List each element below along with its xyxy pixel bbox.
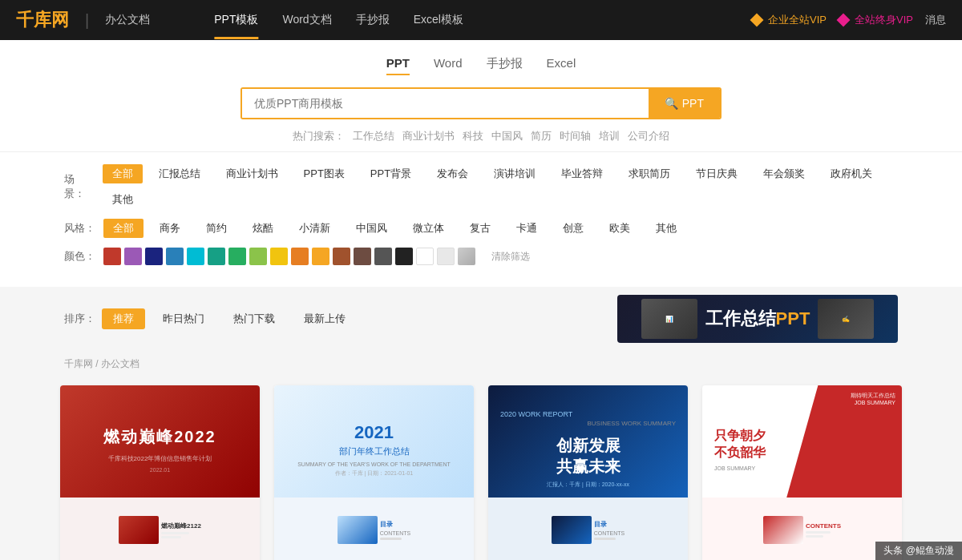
search-tab-handwriting[interactable]: 手抄报 [487, 56, 523, 75]
watermark-bar: 头条 @鲲鱼动漫 [875, 542, 962, 560]
scene-tags: 全部 汇报总结 商业计划书 PPT图表 PPT背景 发布会 演讲培训 毕业答辩 … [103, 164, 898, 209]
nav-item-handwriting[interactable]: 手抄报 [356, 9, 390, 31]
card-4-thumb: 只争朝夕不负韶华 JOB SUMMARY 期待明天工作总结JOB SUMMARY [702, 385, 902, 498]
swatch-gradient[interactable] [458, 248, 475, 265]
header-divider: | [85, 11, 89, 30]
style-simple[interactable]: 简约 [196, 219, 236, 238]
search-box-wrap: 🔍 PPT [0, 87, 962, 119]
nav-item-word[interactable]: Word文档 [282, 9, 331, 31]
hot-tag-7[interactable]: 公司介绍 [628, 129, 669, 143]
swatch-red[interactable] [103, 248, 121, 265]
color-swatches [103, 248, 475, 265]
swatch-darkbrown[interactable] [354, 248, 371, 265]
swatch-orange[interactable] [291, 248, 309, 265]
style-fresh[interactable]: 小清新 [289, 219, 340, 238]
style-biz[interactable]: 商务 [150, 219, 190, 238]
sort-latest[interactable]: 最新上传 [293, 308, 357, 329]
scene-all[interactable]: 全部 [103, 164, 143, 183]
breadcrumb: 千库网 / 办公文档 [0, 351, 962, 377]
style-retro[interactable]: 复古 [460, 219, 500, 238]
hot-tag-3[interactable]: 中国风 [491, 129, 523, 143]
card-2-thumb: 2021 部门年终工作总结 SUMMARY OF THE YEAR'S WORK… [274, 385, 474, 498]
scene-other[interactable]: 其他 [103, 190, 143, 209]
hot-tag-6[interactable]: 培训 [599, 129, 620, 143]
hot-tag-4[interactable]: 简历 [531, 129, 552, 143]
sort-hot-download[interactable]: 热门下载 [222, 308, 286, 329]
card-3[interactable]: 2020 WORK REPORT BUSINESS WORK SUMMARY 创… [488, 385, 688, 560]
card-1[interactable]: 燃动巅峰2022 千库科技2022年博信信息销售年计划 2022.01 燃动巅峰… [60, 385, 260, 560]
header-subtitle: 办公文档 [105, 13, 150, 27]
swatch-cyan[interactable] [187, 248, 204, 265]
card-1-preview: 燃动巅峰2122 [60, 498, 260, 560]
sort-yesterday-hot[interactable]: 昨日热门 [152, 308, 216, 329]
messages-btn[interactable]: 消息 [925, 13, 946, 27]
style-cool[interactable]: 炫酷 [243, 219, 283, 238]
card-3-preview: 目录 CONTENTS [488, 498, 688, 560]
scene-report[interactable]: 汇报总结 [149, 164, 210, 183]
card-2-preview: 目录 CONTENTS [274, 498, 474, 560]
hot-tag-2[interactable]: 科技 [463, 129, 483, 143]
scene-festival[interactable]: 节日庆典 [686, 164, 747, 183]
logo[interactable]: 千库网 [16, 8, 69, 32]
swatch-purple[interactable] [124, 248, 142, 265]
scene-gov[interactable]: 政府机关 [821, 164, 882, 183]
style-other[interactable]: 其他 [646, 219, 686, 238]
hot-label: 热门搜索： [293, 129, 345, 143]
card-4[interactable]: 只争朝夕不负韶华 JOB SUMMARY 期待明天工作总结JOB SUMMARY… [702, 385, 902, 560]
card-1-thumb: 燃动巅峰2022 千库科技2022年博信信息销售年计划 2022.01 [60, 385, 260, 498]
swatch-blue[interactable] [166, 248, 184, 265]
scene-bizplan[interactable]: 商业计划书 [216, 164, 288, 183]
nav-item-ppt[interactable]: PPT模板 [214, 9, 258, 31]
card-3-thumb: 2020 WORK REPORT BUSINESS WORK SUMMARY 创… [488, 385, 688, 498]
clear-filter-btn[interactable]: 清除筛选 [491, 250, 530, 264]
swatch-lightgreen[interactable] [249, 248, 267, 265]
scene-bg[interactable]: PPT背景 [361, 164, 421, 183]
swatch-white[interactable] [416, 248, 434, 265]
style-label: 风格： [64, 221, 95, 236]
nav-item-excel[interactable]: Excel模板 [414, 9, 463, 31]
breadcrumb-home[interactable]: 千库网 [64, 358, 93, 369]
swatch-teal[interactable] [208, 248, 225, 265]
swatch-yellow[interactable] [270, 248, 288, 265]
sort-row: 排序： 推荐 昨日热门 热门下载 最新上传 [64, 308, 357, 329]
enterprise-vip-btn[interactable]: 企业全站VIP [752, 13, 827, 27]
swatch-green[interactable] [228, 248, 246, 265]
swatch-darkblue[interactable] [145, 248, 163, 265]
sort-recommend[interactable]: 推荐 [102, 308, 145, 329]
style-chinese[interactable]: 中国风 [346, 219, 397, 238]
search-tab-excel[interactable]: Excel [547, 56, 576, 75]
search-input[interactable] [242, 89, 649, 118]
style-all[interactable]: 全部 [103, 219, 143, 238]
search-tab-ppt[interactable]: PPT [386, 56, 410, 75]
scene-resume[interactable]: 求职简历 [619, 164, 680, 183]
search-button[interactable]: 🔍 PPT [649, 89, 720, 118]
sort-label: 排序： [64, 312, 95, 326]
card-4-preview: CONTENTS [702, 498, 902, 560]
hot-tag-5[interactable]: 时间轴 [560, 129, 591, 143]
swatch-lightgray[interactable] [437, 248, 455, 265]
swatch-black[interactable] [395, 248, 413, 265]
scene-awards[interactable]: 年会颁奖 [754, 164, 814, 183]
lifetime-vip-btn[interactable]: 全站终身VIP [839, 13, 913, 27]
breadcrumb-office[interactable]: 办公文档 [101, 358, 139, 369]
scene-defense[interactable]: 毕业答辩 [552, 164, 612, 183]
scene-launch[interactable]: 发布会 [427, 164, 478, 183]
style-tags: 全部 商务 简约 炫酷 小清新 中国风 微立体 复古 卡通 创意 欧美 其他 [103, 219, 686, 238]
scene-chart[interactable]: PPT图表 [294, 164, 354, 183]
header: 千库网 | 办公文档 PPT模板 Word文档 手抄报 Excel模板 企业全站… [0, 0, 962, 40]
style-creative[interactable]: 创意 [553, 219, 593, 238]
scene-speech[interactable]: 演讲培训 [484, 164, 545, 183]
hot-tag-1[interactable]: 商业计划书 [402, 129, 455, 143]
card-2[interactable]: 2021 部门年终工作总结 SUMMARY OF THE YEAR'S WORK… [274, 385, 474, 560]
style-3d[interactable]: 微立体 [403, 219, 454, 238]
scene-label: 场景： [64, 172, 95, 201]
style-western[interactable]: 欧美 [600, 219, 640, 238]
header-right: 企业全站VIP 全站终身VIP 消息 [752, 13, 946, 27]
search-tab-word[interactable]: Word [434, 56, 463, 75]
hot-tag-0[interactable]: 工作总结 [353, 129, 394, 143]
swatch-gold[interactable] [312, 248, 329, 265]
style-cartoon[interactable]: 卡通 [507, 219, 547, 238]
banner-ad[interactable]: 📊 工作总结PPT ✍️ [617, 295, 898, 343]
swatch-brown[interactable] [333, 248, 350, 265]
swatch-darkgray[interactable] [374, 248, 392, 265]
